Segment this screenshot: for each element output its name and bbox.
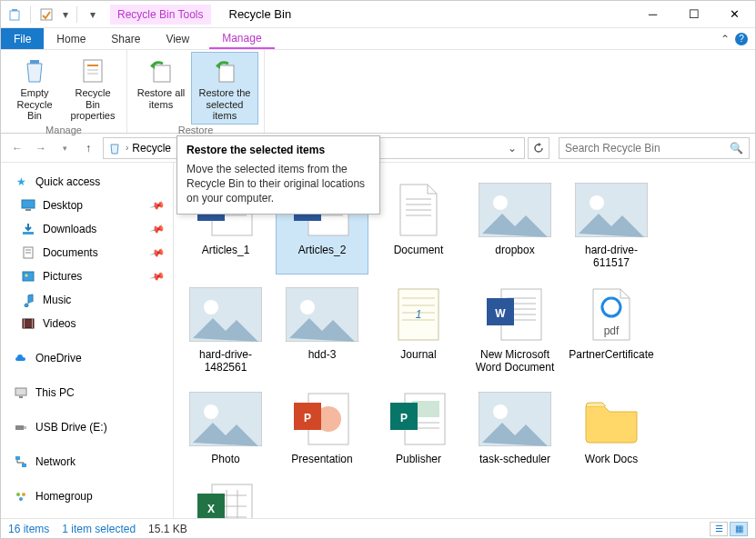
- file-name: hard-drive-1482561: [182, 348, 269, 374]
- file-name: Presentation: [291, 453, 352, 465]
- status-count: 16 items: [8, 523, 49, 535]
- empty-recycle-bin-button[interactable]: Empty Recycle Bin: [6, 52, 63, 125]
- sidebar-desktop[interactable]: Desktop📌: [1, 194, 173, 217]
- sidebar-onedrive[interactable]: OneDrive: [1, 346, 173, 370]
- network-icon: [14, 454, 28, 469]
- file-name: dropbox: [495, 244, 534, 256]
- svg-point-31: [22, 493, 25, 496]
- file-item[interactable]: Photo: [179, 383, 272, 470]
- search-input[interactable]: [565, 142, 711, 155]
- titlebar: ▾ ▾ Recycle Bin Tools Recycle Bin ─ ☐ ✕: [1, 1, 755, 28]
- file-item[interactable]: hard-drive-611517: [565, 174, 658, 274]
- pictures-icon: [21, 269, 35, 284]
- tab-home[interactable]: Home: [44, 28, 98, 49]
- qat-dropdown-icon[interactable]: ▾: [60, 5, 71, 25]
- nav-forward-button[interactable]: →: [30, 137, 52, 159]
- file-item[interactable]: task-scheduler: [469, 383, 561, 470]
- recycle-bin-small-icon: [107, 141, 122, 155]
- qat-customize-icon[interactable]: ▾: [83, 5, 103, 25]
- file-thumbnail: P: [286, 387, 358, 451]
- svg-text:W: W: [495, 307, 506, 320]
- file-thumbnail: pdf: [575, 283, 648, 346]
- help-icon[interactable]: ?: [735, 33, 748, 45]
- pin-icon: 📌: [149, 268, 166, 284]
- refresh-button[interactable]: [528, 137, 549, 159]
- file-name: hdd-3: [308, 348, 337, 361]
- icons-view-button[interactable]: ▦: [730, 522, 748, 536]
- svg-point-32: [19, 497, 23, 501]
- close-button[interactable]: ✕: [714, 1, 755, 28]
- file-name: PartnerCertificate: [569, 348, 653, 361]
- file-list[interactable]: WArticles_1WArticles_2Documentdropboxhar…: [174, 163, 755, 518]
- svg-rect-8: [154, 65, 170, 82]
- file-item[interactable]: Document: [372, 174, 465, 274]
- file-name: Journal: [400, 348, 436, 361]
- svg-text:1: 1: [416, 308, 422, 321]
- tooltip-title: Restore the selected items: [186, 144, 370, 156]
- navigation-pane: ★ Quick access Desktop📌 Downloads📌 Docum…: [1, 163, 174, 518]
- sidebar-this-pc[interactable]: This PC: [1, 381, 173, 404]
- breadcrumb-history-icon[interactable]: ⌄: [504, 142, 520, 155]
- chevron-right-icon[interactable]: ›: [126, 143, 128, 153]
- search-box[interactable]: 🔍: [559, 137, 750, 159]
- file-item[interactable]: Work Docs: [565, 383, 658, 470]
- usb-icon: [14, 420, 28, 434]
- ribbon-collapse-icon[interactable]: ⌃: [721, 33, 730, 45]
- svg-rect-15: [23, 232, 34, 235]
- desktop-icon: [21, 198, 35, 213]
- sidebar-network[interactable]: Network: [1, 450, 173, 474]
- sidebar-usb[interactable]: USB Drive (E:): [1, 415, 173, 439]
- file-item[interactable]: pdfPartnerCertificate: [565, 278, 658, 379]
- file-item[interactable]: XWorksheet: [179, 474, 272, 518]
- nav-up-button[interactable]: ↑: [77, 137, 99, 159]
- sidebar-documents[interactable]: Documents📌: [1, 241, 173, 265]
- minimize-button[interactable]: ─: [632, 1, 673, 28]
- restore-selected-button[interactable]: Restore the selected items: [191, 52, 258, 125]
- file-item[interactable]: hdd-3: [276, 278, 368, 379]
- pin-icon: 📌: [149, 221, 166, 237]
- file-item[interactable]: PPresentation: [276, 383, 368, 470]
- tab-file[interactable]: File: [1, 28, 44, 49]
- file-name: Document: [394, 244, 444, 256]
- status-bar: 16 items 1 item selected 15.1 KB ☰ ▦: [1, 518, 755, 538]
- file-item[interactable]: 1Journal: [372, 278, 465, 379]
- contextual-tab-label: Recycle Bin Tools: [110, 5, 211, 25]
- sidebar-music[interactable]: Music: [1, 288, 173, 312]
- nav-back-button[interactable]: ←: [6, 137, 28, 159]
- sidebar-pictures[interactable]: Pictures📌: [1, 265, 173, 288]
- file-name: Publisher: [396, 453, 441, 465]
- maximize-button[interactable]: ☐: [673, 1, 714, 28]
- sidebar-quick-access[interactable]: ★ Quick access: [1, 170, 173, 194]
- tab-share[interactable]: Share: [98, 28, 153, 49]
- sidebar-homegroup[interactable]: Homegroup: [1, 484, 173, 508]
- restore-selected-icon: [210, 56, 239, 85]
- qat-properties-icon[interactable]: [36, 5, 56, 25]
- file-name: Work Docs: [585, 453, 638, 465]
- sidebar-downloads[interactable]: Downloads📌: [1, 217, 173, 241]
- restore-all-button[interactable]: Restore all items: [133, 52, 189, 125]
- file-thumbnail: P: [382, 387, 455, 451]
- file-item[interactable]: dropbox: [469, 174, 561, 274]
- svg-rect-13: [22, 200, 35, 208]
- tab-manage[interactable]: Manage: [209, 28, 274, 49]
- file-item[interactable]: WNew Microsoft Word Document: [469, 278, 561, 379]
- file-item[interactable]: PPublisher: [372, 383, 465, 470]
- file-thumbnail: [479, 178, 551, 242]
- nav-recent-button[interactable]: ▾: [54, 137, 76, 159]
- details-view-button[interactable]: ☰: [710, 522, 728, 536]
- file-item[interactable]: hard-drive-1482561: [179, 278, 272, 379]
- svg-point-30: [16, 493, 20, 496]
- window-title: Recycle Bin: [229, 7, 292, 21]
- tab-view[interactable]: View: [153, 28, 202, 49]
- homegroup-icon: [14, 489, 28, 504]
- recycle-bin-icon: [5, 5, 25, 25]
- file-thumbnail: W: [479, 283, 551, 346]
- videos-icon: [21, 316, 35, 331]
- svg-point-56: [590, 195, 604, 210]
- recycle-bin-properties-button[interactable]: Recycle Bin properties: [65, 52, 121, 125]
- sidebar-videos[interactable]: Videos: [1, 312, 173, 335]
- svg-rect-28: [15, 456, 20, 460]
- breadcrumb-item[interactable]: Recycle: [132, 142, 171, 155]
- ribbon: Empty Recycle Bin Recycle Bin properties…: [1, 50, 755, 134]
- search-icon[interactable]: 🔍: [730, 142, 743, 155]
